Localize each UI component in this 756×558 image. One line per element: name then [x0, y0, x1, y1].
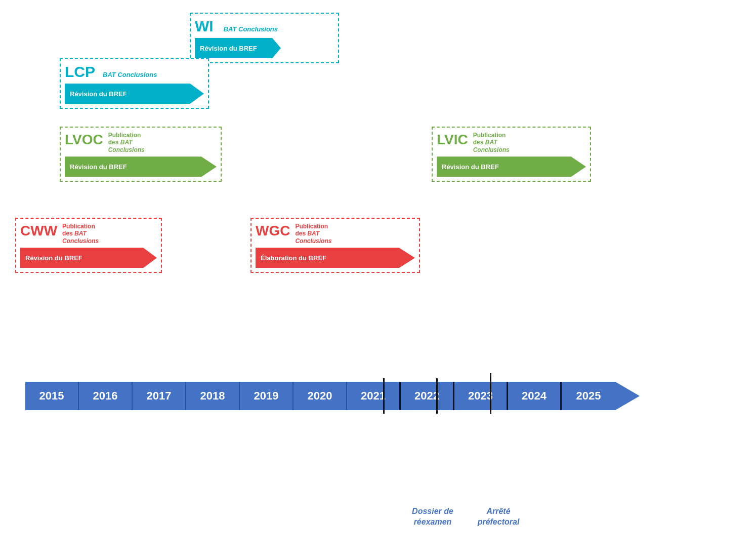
- lvic-revision-arrow: Révision du BREF: [437, 156, 586, 177]
- wi-arrow-row: Révision du BREF: [195, 38, 334, 58]
- wgc-elaboration-arrow: Élaboration du BREF: [256, 248, 415, 268]
- arrete-annotation: Arrêtépréfectoral: [466, 506, 531, 528]
- tick-2024-mark: [490, 373, 491, 414]
- year-2020: 2020: [293, 382, 347, 410]
- year-2016: 2016: [79, 382, 133, 410]
- year-2024: 2024: [508, 382, 562, 410]
- timeline-row: 2015 2016 2017 2018 2019 2020 2021 2022 …: [15, 381, 741, 411]
- year-2019: 2019: [240, 382, 293, 410]
- lvoc-label: LVOC: [65, 132, 103, 148]
- wgc-box: WGC Publicationdes BATConclusions Élabor…: [250, 218, 420, 273]
- lvoc-revision-arrow: Révision du BREF: [65, 156, 217, 177]
- wgc-label: WGC: [256, 223, 290, 239]
- lcp-box: LCP BAT Conclusions Révision du BREF: [60, 58, 209, 109]
- year-2023: 2023: [454, 382, 508, 410]
- cww-pub: Publicationdes BATConclusions: [62, 223, 99, 245]
- wi-box: WI BAT Conclusions Révision du BREF: [190, 13, 339, 63]
- year-2025: 2025: [562, 382, 615, 410]
- tick-2022-2023: [436, 378, 438, 414]
- lvoc-arrow-row: Révision du BREF: [65, 156, 217, 177]
- wgc-pub: Publicationdes BATConclusions: [295, 223, 331, 245]
- cww-arrow-row: Révision du BREF: [20, 248, 157, 268]
- tick-2021-2022: [383, 378, 385, 414]
- lvic-box: LVIC Publicationdes BATConclusions Révis…: [432, 127, 591, 182]
- timeline-bar: 2015 2016 2017 2018 2019 2020 2021 2022 …: [25, 382, 724, 410]
- lvic-label: LVIC: [437, 132, 468, 148]
- year-2015: 2015: [25, 382, 79, 410]
- wi-label: WI: [195, 18, 214, 35]
- lcp-bat-label: BAT Conclusions: [103, 71, 157, 79]
- year-2022: 2022: [401, 382, 454, 410]
- lvoc-box: LVOC Publicationdes BATConclusions Révis…: [60, 127, 222, 182]
- lvic-pub: Publicationdes BATConclusions: [473, 132, 510, 153]
- cww-label: CWW: [20, 223, 57, 239]
- lcp-label: LCP: [65, 63, 95, 81]
- year-2018: 2018: [186, 382, 240, 410]
- wi-revision-arrow: Révision du BREF: [195, 38, 281, 58]
- wi-bat-label: BAT Conclusions: [224, 25, 278, 33]
- cww-box: CWW Publicationdes BATConclusions Révisi…: [15, 218, 162, 273]
- year-2017: 2017: [133, 382, 186, 410]
- diagram-container: WI BAT Conclusions Révision du BREF LCP …: [0, 0, 756, 558]
- lvic-arrow-row: Révision du BREF: [437, 156, 586, 177]
- timeline-arrow-tip: [615, 382, 640, 410]
- dossier-annotation: Dossier deréexamen: [402, 506, 463, 528]
- lvoc-pub: Publicationdes BATConclusions: [108, 132, 145, 153]
- cww-revision-arrow: Révision du BREF: [20, 248, 157, 268]
- lcp-arrow-row: Révision du BREF: [65, 84, 204, 104]
- lcp-revision-arrow: Révision du BREF: [65, 84, 204, 104]
- year-2021: 2021: [347, 382, 401, 410]
- wgc-arrow-row: Élaboration du BREF: [256, 248, 415, 268]
